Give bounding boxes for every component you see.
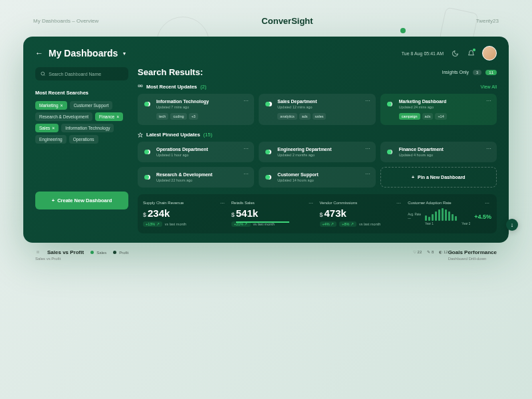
sparkline-chart — [425, 207, 470, 221]
pinned-card[interactable]: Operations DepartmentUpdated 1 hour ago⋯ — [138, 142, 254, 162]
card-tag[interactable]: ads — [299, 113, 311, 120]
stat-pct: +13% ↗ — [143, 221, 162, 227]
drag-icon[interactable] — [35, 250, 41, 255]
chip-marketing[interactable]: Marketing× — [35, 101, 67, 110]
card-name: Operations Department — [156, 147, 249, 152]
stat-value: $541k — [231, 207, 315, 219]
scroll-down-button[interactable]: ↓ — [506, 219, 518, 231]
comments-count[interactable]: ✎ 8 — [427, 249, 434, 254]
stat-value: $234k — [143, 207, 227, 219]
plus-icon: + — [52, 198, 55, 203]
search-input[interactable] — [35, 67, 128, 80]
card-more-icon[interactable]: ⋯ — [243, 146, 249, 152]
card-more-icon[interactable]: ⋯ — [365, 146, 371, 152]
pinned-card[interactable]: Research & DevelopmentUpdated 22 hours a… — [138, 167, 254, 188]
goals-subtitle: Dashboard Drill-down — [448, 257, 497, 261]
likes-count[interactable]: ♡ 22 — [413, 249, 422, 254]
card-updated: Updated 2 months ago — [277, 153, 370, 157]
pin-icon — [138, 132, 143, 138]
card-icon — [264, 99, 273, 108]
chip-sales[interactable]: Sales× — [35, 124, 59, 132]
card-updated: Updated 1 hour ago — [156, 153, 249, 157]
card-tag[interactable]: sales — [313, 113, 327, 120]
stat-more-icon[interactable]: ⋯ — [220, 201, 225, 206]
svg-point-4 — [37, 251, 37, 251]
card-updated: Updated 12 mins ago — [277, 105, 370, 109]
card-tag[interactable]: +3 — [189, 113, 198, 120]
chart-title: Sales vs Profit — [47, 249, 84, 255]
card-more-icon[interactable]: ⋯ — [365, 171, 371, 177]
chip-close-icon[interactable]: × — [116, 114, 119, 119]
chip-close-icon[interactable]: × — [61, 103, 63, 108]
stat-card: Retails Sales⋯$541k+21% ↗vs last month — [231, 201, 315, 227]
stat-more-icon[interactable]: ⋯ — [485, 201, 490, 206]
card-icon — [143, 172, 152, 182]
pinned-card[interactable]: Engineering DepartmentUpdated 2 months a… — [259, 142, 375, 162]
pinned-card[interactable]: Customer SupportUpdated 14 hours ago⋯ — [259, 167, 375, 188]
stat-label: Customer Adoption Rate — [408, 201, 491, 205]
card-updated: Updated 7 mins ago — [156, 105, 249, 109]
page-tag: Twenty23 — [476, 18, 499, 24]
moon-icon[interactable] — [450, 49, 460, 58]
svg-point-6 — [37, 252, 37, 253]
update-card[interactable]: Sales DepartmentUpdated 12 mins ago⋯anal… — [259, 94, 375, 125]
insights-count-2: 11 — [485, 70, 497, 75]
card-more-icon[interactable]: ⋯ — [486, 98, 492, 104]
update-card[interactable]: Marketing DashboardUpdated 24 mins ago⋯c… — [380, 94, 497, 125]
card-tag[interactable]: campaign — [399, 113, 420, 120]
insights-count-1: 3 — [473, 70, 481, 75]
pinned-card[interactable]: Finance DepartmentUpdated 4 hours ago⋯ — [380, 142, 497, 162]
stat-card: Supply Chain Revenue⋯$234k+13% ↗vs last … — [143, 201, 227, 227]
card-updated: Updated 14 hours ago — [277, 178, 370, 182]
card-updated: Updated 4 hours ago — [399, 153, 491, 157]
card-name: Research & Development — [156, 172, 249, 177]
card-tag[interactable]: tech — [156, 113, 168, 120]
stat-card: Vendor Commissions⋯$473k+4% ↗+8% ↗vs las… — [320, 201, 404, 227]
create-dashboard-button[interactable]: +Create New Dashboard — [35, 192, 128, 209]
plus-icon: + — [412, 175, 414, 180]
bell-icon[interactable] — [466, 49, 475, 58]
back-icon[interactable]: ← — [35, 49, 43, 58]
card-more-icon[interactable]: ⋯ — [365, 98, 371, 104]
stat-label: Vendor Commissions — [320, 201, 404, 205]
goals-title: Goals Performance — [448, 249, 497, 255]
chip-close-icon[interactable]: × — [52, 126, 55, 130]
insights-label: Insights Only — [442, 70, 469, 74]
chip-customer-support[interactable]: Customer Support — [70, 101, 113, 110]
card-tag[interactable]: ads — [422, 113, 434, 120]
card-more-icon[interactable]: ⋯ — [243, 171, 249, 177]
card-more-icon[interactable]: ⋯ — [243, 98, 249, 104]
stat-label: Supply Chain Revenue — [143, 201, 227, 205]
chip-information-technology[interactable]: Information Technology — [61, 124, 114, 132]
chip-operations[interactable]: Operations — [69, 135, 98, 144]
datetime: Tue 8 Aug 05:41 AM — [402, 51, 444, 56]
svg-point-7 — [38, 252, 39, 253]
avatar[interactable] — [482, 46, 497, 61]
stat-more-icon[interactable]: ⋯ — [396, 201, 402, 206]
card-icon — [143, 99, 152, 108]
search-icon — [41, 71, 45, 76]
card-tag[interactable]: analytics — [277, 113, 297, 120]
update-card[interactable]: Information TechnologyUpdated 7 mins ago… — [138, 94, 254, 125]
search-field[interactable] — [49, 72, 123, 76]
svg-point-5 — [38, 251, 39, 251]
chart-subtitle: Sales vs Profit — [35, 257, 413, 261]
stat-value: $473k — [320, 207, 404, 219]
results-title: Search Results: — [138, 67, 203, 77]
view-all-link[interactable]: View All — [481, 84, 497, 89]
views-count[interactable]: ◐ 12 — [439, 249, 448, 254]
card-icon — [386, 99, 395, 108]
chip-research-&-development[interactable]: Research & Development — [35, 112, 92, 121]
card-icon — [386, 147, 395, 156]
chip-engineering[interactable]: Engineering — [35, 135, 66, 144]
stat-more-icon[interactable]: ⋯ — [309, 201, 314, 206]
card-more-icon[interactable]: ⋯ — [486, 146, 492, 152]
card-name: Customer Support — [277, 172, 370, 177]
pin-new-button[interactable]: +Pin a New Dashboard — [380, 167, 497, 188]
chip-finance[interactable]: Finance× — [95, 112, 123, 121]
chevron-down-icon[interactable]: ▾ — [123, 51, 126, 57]
card-tag[interactable]: +14 — [435, 113, 446, 120]
card-tag[interactable]: coding — [170, 113, 186, 120]
card-icon — [264, 172, 273, 182]
svg-rect-2 — [138, 85, 140, 86]
